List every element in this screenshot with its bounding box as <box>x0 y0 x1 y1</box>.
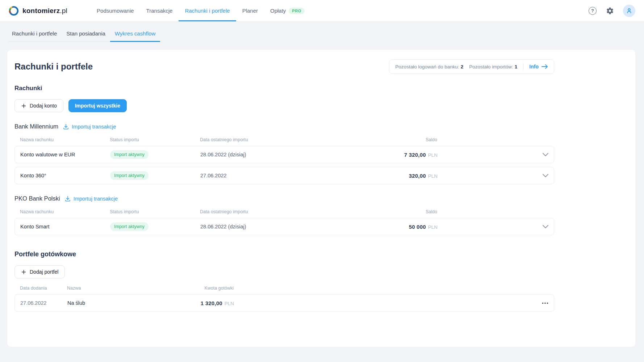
import-all-button[interactable]: Importuj wszystkie <box>68 99 127 112</box>
plus-icon <box>21 269 26 275</box>
accounts-heading: Rachunki <box>14 85 554 92</box>
currency: PLN <box>428 173 438 179</box>
bank-group-header: Bank Millennium Importuj transakcje <box>14 123 554 130</box>
divider <box>523 63 523 70</box>
brand-bold: kontomierz <box>22 7 60 14</box>
brand-ring-icon <box>9 6 19 16</box>
pro-badge: PRO <box>289 8 304 14</box>
accounts-table-header: Nazwa rachunku Status importu Data ostat… <box>14 209 554 214</box>
chevron-down-icon <box>543 225 548 228</box>
page-head: Rachunki i portfele Pozostało logowań do… <box>14 59 554 74</box>
last-import-date: 27.06.2022 <box>200 173 334 178</box>
balance: 50 000PLN <box>334 224 438 230</box>
status-badge: Import aktywny <box>110 150 149 159</box>
wallet-name: Na ślub <box>67 300 158 306</box>
accounts-table-header: Nazwa rachunku Status importu Data ostat… <box>14 137 554 142</box>
brand-text: kontomierz.pl <box>22 7 67 15</box>
nav-item-oplaty[interactable]: Opłaty PRO <box>264 0 311 21</box>
main-card: Rachunki i portfele Pozostało logowań do… <box>7 50 635 347</box>
brand-suffix: .pl <box>60 7 67 14</box>
help-icon: ? <box>589 7 597 15</box>
imports-remaining: Pozostało importów:1 <box>469 64 517 70</box>
nav-item-rachunki-i-portfele[interactable]: Rachunki i portfele <box>179 0 236 21</box>
balance: 320,00PLN <box>334 173 438 179</box>
account-row: Konto 360° Import aktywny 27.06.2022 320… <box>14 167 554 184</box>
imports-remaining-value: 1 <box>515 64 518 70</box>
status-badge: Import aktywny <box>110 171 149 180</box>
user-icon <box>626 7 633 14</box>
wallets-heading: Portfele gotówkowe <box>14 251 554 258</box>
expand-row-button[interactable] <box>543 225 548 228</box>
bank-name: PKO Bank Polski <box>14 195 60 202</box>
page-title: Rachunki i portfele <box>14 62 93 72</box>
currency: PLN <box>428 224 438 230</box>
topbar-actions: ? <box>588 0 635 21</box>
info-link[interactable]: Info <box>529 64 548 70</box>
tab-strip: Rachunki i portfele Stan posiadania Wykr… <box>0 22 644 42</box>
topbar: kontomierz.pl Podsumowanie Transakcje Ra… <box>0 0 644 22</box>
download-icon <box>64 195 71 202</box>
limits-info-bar: Pozostało logowań do banku:2 Pozostało i… <box>389 59 554 74</box>
nav-item-planer[interactable]: Planer <box>236 0 264 21</box>
last-import-date: 28.06.2022 (dzisiaj) <box>200 224 334 230</box>
nav-item-podsumowanie[interactable]: Podsumowanie <box>91 0 140 21</box>
download-icon <box>63 123 69 130</box>
ellipsis-icon <box>542 302 548 304</box>
logins-remaining-value: 2 <box>461 64 464 70</box>
account-row: Konto walutowe w EUR Import aktywny 28.0… <box>14 146 554 163</box>
expand-row-button[interactable] <box>543 153 548 156</box>
arrow-right-icon <box>541 64 548 69</box>
currency: PLN <box>225 301 234 306</box>
tab-stan-posiadania[interactable]: Stan posiadania <box>62 30 110 42</box>
bank-group-header: PKO Bank Polski Importuj transakcje <box>14 195 554 202</box>
plus-icon <box>21 103 26 109</box>
account-name: Konto Smart <box>20 224 110 230</box>
currency: PLN <box>428 152 438 158</box>
help-button[interactable]: ? <box>588 7 597 15</box>
bank-name: Bank Millennium <box>14 123 58 130</box>
wallet-amount: 1 320,00PLN <box>158 300 234 306</box>
import-transactions-link[interactable]: Importuj transakcje <box>63 123 116 130</box>
status-badge: Import aktywny <box>110 222 149 231</box>
import-transactions-link[interactable]: Importuj transakcje <box>64 195 118 202</box>
gear-icon <box>606 7 614 15</box>
chevron-down-icon <box>543 174 548 177</box>
tab-rachunki-i-portfele[interactable]: Rachunki i portfele <box>7 30 62 42</box>
account-name: Konto walutowe w EUR <box>20 152 110 157</box>
account-name: Konto 360° <box>20 173 110 178</box>
wallet-row: 27.06.2022 Na ślub 1 320,00PLN <box>14 294 554 312</box>
chevron-down-icon <box>543 153 548 156</box>
user-avatar-button[interactable] <box>623 5 635 17</box>
tab-wykres-cashflow[interactable]: Wykres cashflow <box>110 30 160 42</box>
add-account-button[interactable]: Dodaj konto <box>14 99 63 112</box>
account-row: Konto Smart Import aktywny 28.06.2022 (d… <box>14 218 554 235</box>
balance: 7 320,00PLN <box>334 152 438 158</box>
logo[interactable]: kontomierz.pl <box>9 0 67 21</box>
main-nav: Podsumowanie Transakcje Rachunki i portf… <box>91 0 311 21</box>
settings-button[interactable] <box>606 7 614 15</box>
last-import-date: 28.06.2022 (dzisiaj) <box>200 152 334 157</box>
wallet-menu-button[interactable] <box>542 302 548 304</box>
wallet-date-added: 27.06.2022 <box>20 300 67 306</box>
wallets-table-header: Data dodania Nazwa Kwota gotówki <box>14 286 554 291</box>
expand-row-button[interactable] <box>543 174 548 177</box>
logins-remaining: Pozostało logowań do banku:2 <box>395 64 463 70</box>
nav-item-transakcje[interactable]: Transakcje <box>140 0 179 21</box>
add-wallet-button[interactable]: Dodaj portfel <box>14 265 65 278</box>
